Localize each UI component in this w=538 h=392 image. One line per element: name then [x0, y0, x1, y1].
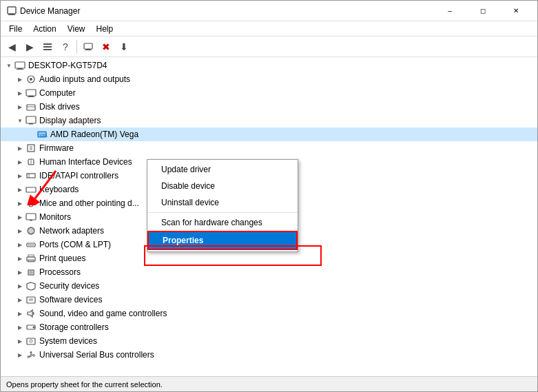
tree-computer[interactable]: Computer	[1, 86, 537, 100]
svg-rect-39	[26, 214, 36, 220]
toolbar-forward[interactable]: ▶	[21, 39, 38, 55]
svg-rect-9	[15, 62, 25, 68]
svg-rect-20	[29, 123, 33, 125]
tree-software[interactable]: Software devices	[1, 293, 537, 307]
svg-marker-62	[30, 351, 32, 353]
ide-icon	[25, 170, 37, 181]
toolbar-computer[interactable]	[80, 39, 96, 55]
svg-rect-5	[43, 49, 52, 50]
ctx-scan-hardware[interactable]: Scan for hardware changes	[147, 214, 298, 231]
svg-rect-52	[30, 271, 32, 274]
root-expand-icon	[3, 60, 14, 71]
keyboard-expand	[14, 184, 25, 195]
display-label: Display adapters	[39, 116, 101, 125]
svg-point-13	[30, 78, 32, 81]
computer-label: Computer	[39, 88, 76, 98]
menu-help[interactable]: Help	[91, 23, 119, 35]
software-expand	[14, 294, 25, 305]
ctx-disable-device[interactable]: Disable device	[147, 178, 298, 194]
device-manager-window: Device Manager – ◻ ✕ File Action View He…	[0, 0, 538, 392]
svg-text:GPU: GPU	[40, 134, 48, 138]
tree-system[interactable]: System devices	[1, 334, 537, 348]
tree-storage[interactable]: Storage controllers	[1, 320, 537, 334]
system-label: System devices	[39, 336, 97, 346]
status-bar: Opens property sheet for the current sel…	[1, 376, 537, 391]
keyboard-icon	[25, 184, 37, 195]
close-button[interactable]: ✕	[500, 1, 532, 21]
processors-expand	[14, 267, 25, 278]
ctx-properties[interactable]: Properties	[147, 231, 298, 250]
menu-view[interactable]: View	[62, 23, 91, 35]
tree-security[interactable]: Security devices	[1, 279, 537, 293]
svg-rect-53	[27, 297, 35, 303]
ctx-separator	[147, 212, 298, 213]
processors-icon	[25, 267, 37, 278]
tree-firmware[interactable]: Firmware	[1, 141, 537, 155]
ports-icon	[25, 239, 37, 250]
computer-icon	[25, 87, 37, 99]
keyboard-label: Keyboards	[39, 185, 79, 194]
ports-label: Ports (COM & LPT)	[39, 240, 111, 249]
svg-rect-0	[8, 7, 16, 14]
tree-processors[interactable]: Processors	[1, 265, 537, 279]
tree-sound[interactable]: Sound, video and game controllers	[1, 307, 537, 320]
hid-icon	[25, 156, 37, 167]
menu-file[interactable]: File	[3, 23, 28, 35]
audio-expand	[14, 74, 25, 85]
disk-icon	[25, 101, 37, 112]
tree-display[interactable]: Display adapters	[1, 114, 537, 127]
svg-rect-6	[84, 43, 92, 49]
app-icon	[6, 6, 17, 17]
svg-point-60	[30, 340, 32, 342]
svg-rect-14	[26, 90, 36, 96]
tree-usb[interactable]: Universal Serial Bus controllers	[1, 348, 537, 362]
toolbar-back[interactable]: ◀	[3, 39, 20, 55]
firmware-label: Firmware	[39, 143, 74, 153]
svg-marker-56	[28, 310, 32, 317]
ports-expand	[14, 239, 25, 250]
svg-rect-32	[26, 187, 36, 192]
tree-print[interactable]: Print queues	[1, 251, 537, 265]
toolbar-download[interactable]: ⬇	[116, 39, 132, 55]
tree-disk[interactable]: Disk drives	[1, 100, 537, 114]
print-expand	[14, 253, 25, 264]
toolbar-help[interactable]: ?	[57, 39, 74, 55]
tree-audio[interactable]: Audio inputs and outputs	[1, 72, 537, 86]
tree-root[interactable]: DESKTOP-KGT57D4	[1, 59, 537, 72]
print-label: Print queues	[39, 254, 85, 263]
ctx-uninstall-device[interactable]: Uninstall device	[147, 194, 298, 211]
svg-point-58	[33, 327, 35, 329]
system-icon	[25, 336, 37, 347]
menu-action[interactable]: Action	[28, 23, 61, 35]
system-expand	[14, 336, 25, 347]
toolbar-delete[interactable]: ✖	[98, 39, 114, 55]
minimize-button[interactable]: –	[434, 1, 466, 21]
ctx-update-driver[interactable]: Update driver	[147, 161, 298, 178]
svg-rect-19	[26, 116, 36, 123]
svg-rect-2	[8, 14, 15, 15]
root-icon	[14, 60, 25, 71]
usb-icon	[25, 349, 37, 360]
storage-icon	[25, 322, 37, 333]
firmware-icon	[25, 143, 37, 154]
sound-icon	[25, 308, 37, 319]
amd-icon: GPU	[37, 129, 48, 140]
security-label: Security devices	[39, 281, 99, 291]
tree-amd[interactable]: GPU AMD Radeon(TM) Vega	[1, 127, 537, 141]
sound-label: Sound, video and game controllers	[39, 309, 167, 318]
disk-label: Disk drives	[39, 102, 80, 112]
svg-point-46	[30, 245, 32, 246]
audio-label: Audio inputs and outputs	[39, 74, 130, 84]
maximize-button[interactable]: ◻	[467, 1, 499, 21]
storage-label: Storage controllers	[39, 322, 109, 332]
svg-rect-40	[30, 220, 32, 221]
mice-expand	[14, 198, 25, 209]
svg-rect-16	[28, 96, 34, 97]
svg-rect-59	[27, 338, 35, 344]
hid-label: Human Interface Devices	[39, 157, 132, 167]
firmware-expand	[14, 143, 25, 154]
mice-icon	[25, 198, 37, 209]
display-expand	[14, 115, 25, 126]
display-icon	[25, 115, 37, 126]
toolbar-list[interactable]	[39, 39, 56, 55]
